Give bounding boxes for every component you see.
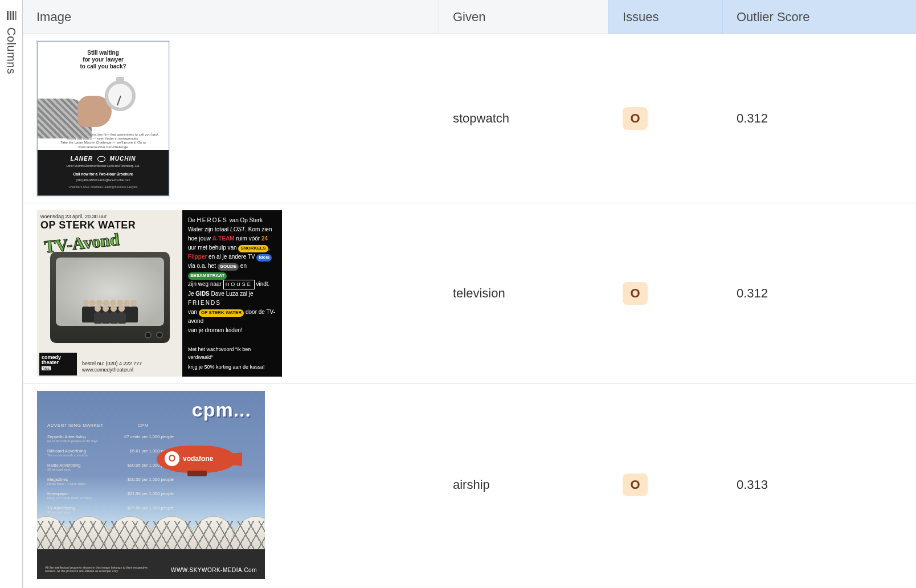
thumb2-blurb: De HEROES van Op Sterk Water zijn totaal… xyxy=(182,210,282,377)
svg-rect-3 xyxy=(15,11,17,20)
stadium-graphic: All the intellectual property shown in t… xyxy=(37,516,265,579)
sidebar-columns-label: Columns xyxy=(5,27,18,74)
thumb-tv-poster: woensdag 23 april, 20.30 uur OP STERK WA… xyxy=(37,210,282,377)
image-thumbnail[interactable]: woensdag 23 april, 20.30 uur OP STERK WA… xyxy=(37,210,282,377)
given-value: stopwatch xyxy=(453,111,509,126)
television-icon xyxy=(50,252,170,343)
score-value: 0.313 xyxy=(737,477,768,492)
header-image[interactable]: Image xyxy=(23,0,439,34)
cell-issues: O xyxy=(609,100,723,137)
given-value: airship xyxy=(453,477,490,492)
thumb-stopwatch-ad: Still waiting for your lawyer to call yo… xyxy=(38,42,169,195)
header-image-label: Image xyxy=(36,10,71,24)
airship-icon: O vodafone xyxy=(157,446,242,479)
table-row[interactable]: Still waiting for your lawyer to call yo… xyxy=(23,34,916,203)
svg-rect-0 xyxy=(7,11,9,20)
comedy-theater-logo: comedy theater Nes xyxy=(39,353,77,375)
cell-given: stopwatch xyxy=(439,104,609,133)
image-thumbnail[interactable]: cpm... ADVERTISING MARKETCPM Zeppelin Ad… xyxy=(37,391,265,579)
table-row[interactable]: cpm... ADVERTISING MARKETCPM Zeppelin Ad… xyxy=(23,384,916,586)
header-given-label: Given xyxy=(453,10,485,24)
header-issues[interactable]: Issues xyxy=(608,0,722,34)
score-value: 0.312 xyxy=(737,286,768,301)
cell-image: Still waiting for your lawyer to call yo… xyxy=(23,34,439,203)
thumb3-columns: ADVERTISING MARKETCPM xyxy=(47,423,149,428)
sidebar-columns-tab[interactable]: Columns xyxy=(0,0,23,588)
thumb3-hdr: cpm... xyxy=(192,399,251,421)
thumb1-fineprint2: Take the Laner Muchin Challenge — we'll … xyxy=(60,141,146,148)
thumb1-headline-3: to call you back? xyxy=(80,63,126,70)
svg-rect-2 xyxy=(13,11,14,20)
thumb1-logo-sub: Laner Muchin Dombrow Becker Levin and To… xyxy=(42,164,164,168)
hand-graphic xyxy=(38,87,117,138)
cell-image: woensdag 23 april, 20.30 uur OP STERK WA… xyxy=(23,203,439,383)
given-value: television xyxy=(453,286,505,301)
main-panel: Image Given Issues Outlier Score xyxy=(23,0,916,588)
cell-score: 0.312 xyxy=(723,279,916,308)
cell-score: 0.312 xyxy=(723,104,916,133)
thumb2-booking: bestel nu: (020) 4 222 777 www.comedythe… xyxy=(82,361,179,373)
thumb3-url: WWW.SKYWORK-MEDIA.Com xyxy=(171,567,257,573)
table-body[interactable]: Still waiting for your lawyer to call yo… xyxy=(23,34,916,588)
score-value: 0.312 xyxy=(737,111,768,126)
columns-icon xyxy=(6,10,17,23)
thumb2-dateline: woensdag 23 april, 20.30 uur xyxy=(40,214,179,219)
thumb1-headline-2: for your lawyer xyxy=(83,56,124,63)
svg-rect-1 xyxy=(10,11,11,20)
cell-score: 0.313 xyxy=(723,471,916,499)
app-root: Columns Image Given Issues Outlier Score xyxy=(0,0,916,588)
thumb1-phone: (312) 467-9800 lmdinfo@lanermuchin.com xyxy=(42,178,164,182)
thumb1-cta: Call now for a Two-Hour Brochure xyxy=(42,172,164,176)
header-outlier-score[interactable]: Outlier Score xyxy=(722,0,916,34)
table-row[interactable]: woensdag 23 april, 20.30 uur OP STERK WA… xyxy=(23,203,916,384)
thumb3-list: Zeppelin Advertisingup to 30 million peo… xyxy=(47,434,174,520)
issue-badge-outlier[interactable]: O xyxy=(623,473,648,496)
cell-image: cpm... ADVERTISING MARKETCPM Zeppelin Ad… xyxy=(23,384,439,586)
thumb1-headline-1: Still waiting xyxy=(87,50,119,56)
thumb-cpm-airship: cpm... ADVERTISING MARKETCPM Zeppelin Ad… xyxy=(37,391,265,579)
cell-given: television xyxy=(439,279,609,308)
thumb1-foot: Chamber's USA: America's Leading Busines… xyxy=(42,185,164,189)
stopwatch-icon xyxy=(105,80,136,111)
thumb1-logo: LANER MUCHIN xyxy=(42,156,164,162)
header-score-label: Outlier Score xyxy=(737,10,809,24)
image-thumbnail[interactable]: Still waiting for your lawyer to call yo… xyxy=(37,41,169,196)
issue-badge-outlier[interactable]: O xyxy=(623,282,648,305)
cell-issues: O xyxy=(609,467,723,503)
issue-badge-outlier[interactable]: O xyxy=(623,107,648,130)
header-issues-label: Issues xyxy=(623,10,659,24)
thumb3-disclaimer: All the intellectual property shown in t… xyxy=(45,566,159,573)
table-header: Image Given Issues Outlier Score xyxy=(23,0,916,34)
cell-given: airship xyxy=(439,471,609,499)
header-given[interactable]: Given xyxy=(439,0,608,34)
cell-issues: O xyxy=(609,275,723,312)
